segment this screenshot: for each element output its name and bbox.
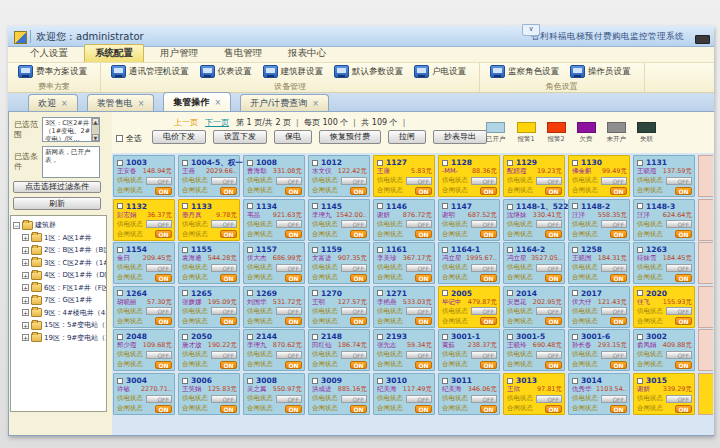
card-checkbox[interactable] xyxy=(637,247,643,253)
card-checkbox[interactable] xyxy=(117,203,123,209)
close-icon[interactable]: × xyxy=(214,98,221,107)
close-icon[interactable]: × xyxy=(312,99,319,108)
meter-card[interactable]: 3002俞凤娟409.88元供电状态OFF合闸状态ON xyxy=(633,329,695,371)
card-checkbox[interactable] xyxy=(507,204,513,210)
card-checkbox[interactable] xyxy=(637,203,643,209)
meter-card[interactable]: 2014安思花202.95元供电状态OFF合闸状态ON xyxy=(503,286,565,328)
card-checkbox[interactable] xyxy=(117,247,123,253)
card-checkbox[interactable] xyxy=(377,203,383,209)
meter-card[interactable]: 3004许敏2270.71..供电状态OFF合闸状态ON xyxy=(113,373,175,415)
selected-condition-box[interactable]: 新网表，已开户表， xyxy=(42,146,100,178)
card-checkbox[interactable] xyxy=(442,334,448,340)
meter-card[interactable]: 1004-5、权一王燕2029.66..供电状态OFF合闸状态ON xyxy=(178,155,240,197)
card-checkbox[interactable] xyxy=(377,378,383,384)
meter-card[interactable]: 1134韦品921.63元供电状态OFF合闸状态ON xyxy=(243,199,305,241)
tree-item[interactable]: +7区：G区1#井 xyxy=(13,294,104,307)
expand-icon[interactable]: + xyxy=(22,309,29,316)
tree-root[interactable]: − 建筑群 xyxy=(13,219,104,232)
tree-item[interactable]: +2区：B区1#井（B区1#） xyxy=(13,244,104,257)
ribbon-button[interactable]: 费率方案设置 xyxy=(14,63,94,80)
card-checkbox[interactable] xyxy=(572,378,578,384)
card-checkbox[interactable] xyxy=(247,160,253,166)
ribbon-tab-个人设置[interactable]: 个人设置 xyxy=(20,45,78,62)
meter-card[interactable]: 3010纪美海117.49元供电状态OFF合闸状态ON xyxy=(373,373,435,415)
meter-card[interactable]: 2193张先志59.34元供电状态OFF合闸状态ON xyxy=(373,329,435,371)
card-checkbox[interactable] xyxy=(442,247,448,253)
meter-card[interactable]: 3011纪美海346.06元供电状态OFF合闸状态ON xyxy=(438,373,500,415)
toolbar-button-恢复预付费[interactable]: 恢复预付费 xyxy=(319,130,381,144)
meter-card[interactable]: 1145李理九1542.00..供电状态OFF合闸状态ON xyxy=(308,199,370,241)
tree-item[interactable]: +9区：4#楼电井（4#楼） xyxy=(13,307,104,320)
meter-card[interactable]: 1146谢妍876.72元供电状态OFF合闸状态ON xyxy=(373,199,435,241)
card-checkbox[interactable] xyxy=(637,378,643,384)
meter-card[interactable]: 3001-6孙长春293.15元供电状态OFF合闸状态ON xyxy=(568,329,630,371)
meter-card[interactable]: 1129配妞霞19.23元供电状态OFF合闸状态ON xyxy=(503,155,565,197)
card-checkbox[interactable] xyxy=(572,247,578,253)
card-checkbox[interactable] xyxy=(117,290,123,296)
card-checkbox[interactable] xyxy=(117,378,123,384)
meter-card[interactable]: 3001-1黄茹238.37元供电状态OFF合闸状态ON xyxy=(438,329,500,371)
meter-card[interactable]: 2050唐才放190.22元供电状态OFF合闸状态ON xyxy=(178,329,240,371)
card-checkbox[interactable] xyxy=(247,334,253,340)
meter-card[interactable]: 1269刘国华531.72元供电状态OFF合闸状态ON xyxy=(243,286,305,328)
card-checkbox[interactable] xyxy=(442,160,448,166)
card-checkbox[interactable] xyxy=(247,203,253,209)
card-checkbox[interactable] xyxy=(182,378,188,384)
meter-card[interactable]: 1264胡晓丽57.30元供电状态OFF合闸状态ON xyxy=(113,286,175,328)
ribbon-button[interactable]: 操作员设置 xyxy=(566,63,638,80)
toolbar-button-拉闸[interactable]: 拉闸 xyxy=(388,130,426,144)
meter-card[interactable]: 3013王欣97.81元供电状态OFF合闸状态ON xyxy=(503,373,565,415)
meter-card[interactable]: 1164-1冯立星1995.67..供电状态OFF合闸状态ON xyxy=(438,242,500,284)
card-checkbox[interactable] xyxy=(312,290,318,296)
expand-icon[interactable]: + xyxy=(22,284,29,291)
prev-page-link[interactable]: 上一页 xyxy=(174,118,198,127)
card-checkbox[interactable] xyxy=(312,334,318,340)
doc-tab-装管售电[interactable]: 装管售电× xyxy=(87,94,155,111)
card-checkbox[interactable] xyxy=(572,203,578,209)
card-checkbox[interactable] xyxy=(312,378,318,384)
meter-card[interactable]: 3006王笑娟125.83元供电状态OFF合闸状态ON xyxy=(178,373,240,415)
ribbon-tab-用户管理[interactable]: 用户管理 xyxy=(150,45,208,62)
meter-card[interactable]: 1270王明127.57元供电状态OFF合闸状态ON xyxy=(308,286,370,328)
ribbon-tab-售电管理[interactable]: 售电管理 xyxy=(214,45,272,62)
meter-card[interactable]: 1148-1、522沈继妹330.41元供电状态OFF合闸状态ON xyxy=(503,199,565,241)
card-checkbox[interactable] xyxy=(117,334,123,340)
ribbon-tab-系统配置[interactable]: 系统配置 xyxy=(84,44,144,62)
meter-card[interactable]: 2048郑少霞109.68元供电状态OFF合闸状态ON xyxy=(113,329,175,371)
toolbar-button-设置下发[interactable]: 设置下发 xyxy=(213,130,267,144)
meter-card[interactable]: 1148-2汪洋558.35元供电状态OFF合闸状态ON xyxy=(568,199,630,241)
meter-card[interactable]: 3001-5王晓玲690.48元供电状态OFF合闸状态ON xyxy=(503,329,565,371)
ribbon-button[interactable]: 监察角色设置 xyxy=(486,63,566,80)
card-checkbox[interactable] xyxy=(312,247,318,253)
selected-range-listbox[interactable]: 3区：C区2#井（1#变电、2#变电）/区… ▲ ▼ xyxy=(42,117,100,142)
expand-icon[interactable]: + xyxy=(22,234,29,241)
card-checkbox[interactable] xyxy=(377,290,383,296)
card-checkbox[interactable] xyxy=(312,160,318,166)
card-checkbox[interactable] xyxy=(377,247,383,253)
card-checkbox[interactable] xyxy=(507,247,513,253)
meter-card[interactable]: 1131王晓霞137.59元供电状态OFF合闸状态ON xyxy=(633,155,695,197)
expand-icon[interactable]: + xyxy=(22,297,29,304)
ribbon-button[interactable]: 建筑群设置 xyxy=(259,63,331,80)
listbox-scrollbar[interactable]: ▲ ▼ xyxy=(91,118,99,141)
refresh-button[interactable]: 刷新 xyxy=(13,197,101,210)
tree-item[interactable]: +6区：F区1#井（F区1#） xyxy=(13,282,104,295)
tree-item[interactable]: +3区：C区2#井（1#变电） xyxy=(13,257,104,270)
card-checkbox[interactable] xyxy=(507,290,513,296)
collapse-icon[interactable]: − xyxy=(13,222,20,229)
meter-card[interactable]: 2005毕记中479.87元供电状态OFF合闸状态ON xyxy=(438,286,500,328)
card-checkbox[interactable] xyxy=(637,334,643,340)
card-checkbox[interactable] xyxy=(507,378,513,384)
meter-card[interactable]: 1147谢明687.52元供电状态OFF合闸状态ON xyxy=(438,199,500,241)
meter-card[interactable]: 1148-3汪洋624.64元供电状态OFF合闸状态ON xyxy=(633,199,695,241)
scroll-up-icon[interactable]: ▲ xyxy=(92,118,99,125)
toolbar-button-抄表导出[interactable]: 抄表导出 xyxy=(433,130,487,144)
meter-card[interactable]: 3009洪成进885.16元供电状态OFF合闸状态ON xyxy=(308,373,370,415)
card-checkbox[interactable] xyxy=(247,378,253,384)
meter-card[interactable]: 1161李美珍367.17元供电状态OFF合闸状态ON xyxy=(373,242,435,284)
card-checkbox[interactable] xyxy=(182,247,188,253)
close-icon[interactable]: × xyxy=(138,99,145,108)
meter-card[interactable]: 3015谢妍339.29元供电状态OFF合闸状态ON xyxy=(633,373,695,415)
meter-card[interactable]: 1155袁海通544.28元供电状态OFF合闸状态ON xyxy=(178,242,240,284)
meter-card[interactable]: 1159文富进907.35元供电状态OFF合闸状态ON xyxy=(308,242,370,284)
